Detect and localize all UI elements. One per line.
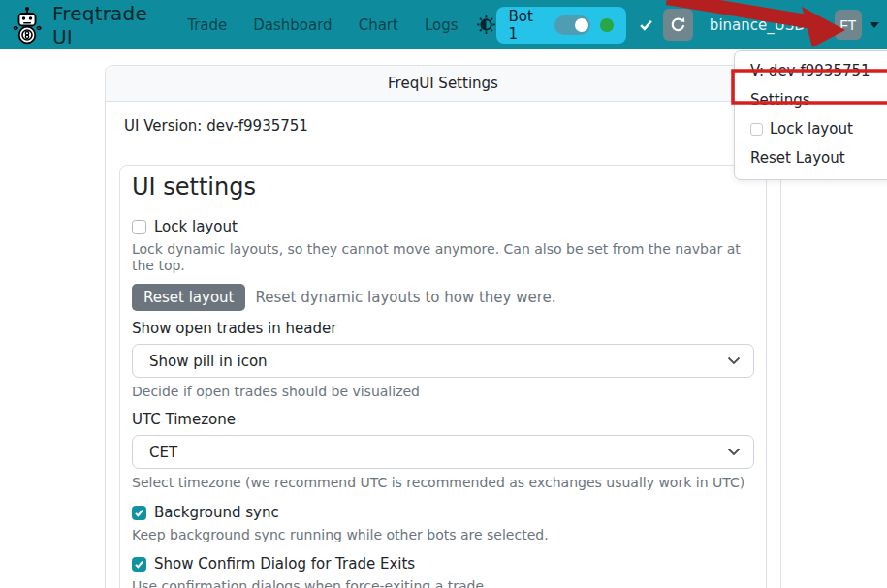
open-trades-label: Show open trades in header: [132, 321, 754, 336]
timezone-label: UTC Timezone: [132, 412, 754, 427]
bot-selector[interactable]: Bot 1: [496, 7, 626, 44]
bot-selected-check-icon: [639, 17, 653, 32]
main-nav: Trade Dashboard Chart Logs: [187, 16, 458, 34]
confirm-dialog-help: Use confirmation dialogs when force-exit…: [132, 578, 754, 588]
timezone-select[interactable]: CET: [132, 435, 754, 469]
bot-enable-toggle[interactable]: [554, 15, 591, 35]
section-heading: UI settings: [132, 171, 754, 202]
chevron-down-icon: [727, 448, 741, 456]
open-trades-select[interactable]: Show pill in icon: [132, 344, 754, 378]
refresh-icon: [670, 16, 686, 33]
login-info-label: binance_USDT1: [710, 16, 824, 34]
user-dropdown-menu: V: dev-f9935751 Settings Lock layout Res…: [734, 50, 887, 180]
menu-item-reset-layout[interactable]: Reset Layout: [735, 143, 887, 172]
lock-layout-menu-checkbox[interactable]: [750, 123, 763, 136]
toggle-knob: [575, 18, 588, 32]
nav-link-chart[interactable]: Chart: [359, 16, 398, 34]
timezone-selected-value: CET: [149, 444, 177, 461]
confirm-dialog-row: Show Confirm Dialog for Trade Exits: [132, 555, 754, 573]
reset-layout-help: Reset dynamic layouts to how they were.: [255, 289, 555, 306]
confirm-dialog-label[interactable]: Show Confirm Dialog for Trade Exits: [154, 555, 415, 573]
menu-item-version[interactable]: V: dev-f9935751: [735, 56, 887, 85]
reset-layout-row: Reset layout Reset dynamic layouts to ho…: [132, 284, 754, 311]
timezone-help: Select timezone (we recommend UTC is rec…: [132, 475, 754, 491]
user-avatar-button[interactable]: FT: [835, 10, 863, 40]
theme-toggle-icon[interactable]: [476, 15, 496, 36]
background-sync-row: Background sync: [132, 504, 754, 521]
background-sync-label[interactable]: Background sync: [154, 504, 279, 521]
background-sync-help: Keep background sync running while other…: [132, 527, 754, 543]
user-menu-caret-icon[interactable]: [870, 22, 879, 28]
lock-layout-row: Lock layout: [132, 218, 754, 235]
confirm-dialog-checkbox[interactable]: [132, 557, 146, 572]
lock-layout-help: Lock dynamic layouts, so they cannot mov…: [132, 241, 754, 274]
nav-link-trade[interactable]: Trade: [187, 16, 227, 34]
lock-layout-label[interactable]: Lock layout: [154, 218, 238, 235]
open-trades-selected-value: Show pill in icon: [149, 353, 268, 370]
chevron-down-icon: [727, 356, 741, 365]
bot-name-label: Bot 1: [509, 8, 545, 43]
settings-card: FreqUI Settings UI Version: dev-f9935751…: [105, 65, 781, 588]
freqtrade-robot-logo-icon[interactable]: [10, 5, 45, 46]
app-brand-title[interactable]: Freqtrade UI: [52, 2, 168, 48]
checkbox-check-icon: [134, 508, 144, 518]
reset-layout-button[interactable]: Reset layout: [132, 284, 245, 311]
bot-online-status-dot: [600, 18, 613, 32]
lock-layout-checkbox[interactable]: [132, 220, 146, 234]
refresh-button[interactable]: [663, 9, 693, 41]
nav-link-dashboard[interactable]: Dashboard: [253, 16, 332, 34]
checkbox-check-icon: [134, 559, 144, 570]
open-trades-help: Decide if open trades should be visualiz…: [132, 384, 754, 400]
background-sync-checkbox[interactable]: [132, 506, 146, 520]
lock-layout-menu-label: Lock layout: [770, 118, 853, 139]
menu-item-settings[interactable]: Settings: [735, 85, 887, 114]
ui-settings-section: UI settings Lock layout Lock dynamic lay…: [119, 165, 767, 588]
top-navbar: Freqtrade UI Trade Dashboard Chart Logs …: [0, 0, 887, 49]
settings-card-title: FreqUI Settings: [106, 66, 780, 102]
menu-item-lock-layout[interactable]: Lock layout: [735, 114, 887, 143]
nav-link-logs[interactable]: Logs: [425, 16, 459, 34]
ui-version-label: UI Version: dev-f9935751: [119, 117, 767, 136]
